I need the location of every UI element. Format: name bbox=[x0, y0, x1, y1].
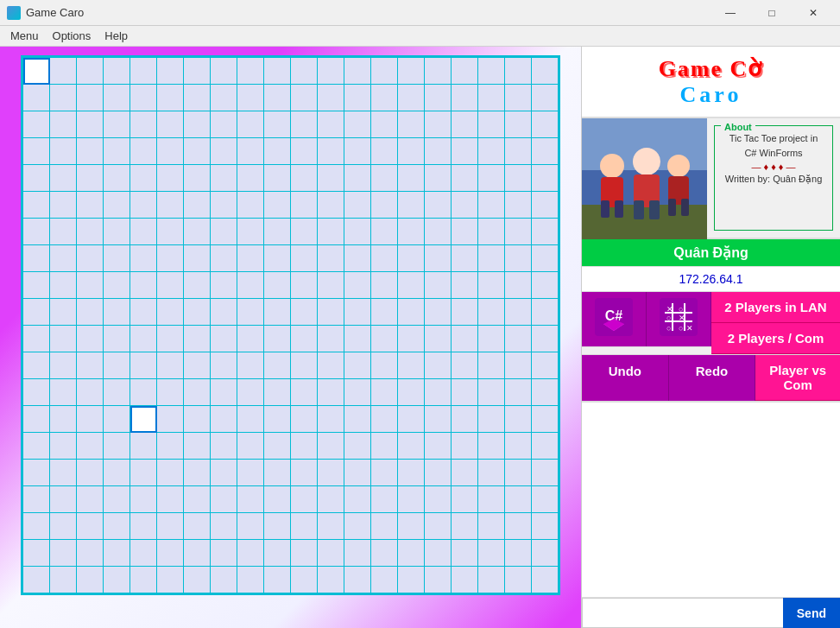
board-cell[interactable] bbox=[398, 433, 425, 460]
board-cell[interactable] bbox=[425, 379, 452, 406]
board-cell[interactable] bbox=[344, 326, 371, 352]
board-cell[interactable] bbox=[532, 272, 559, 299]
board-cell[interactable] bbox=[23, 58, 50, 85]
board-cell[interactable] bbox=[264, 299, 291, 326]
board-cell[interactable] bbox=[505, 406, 532, 433]
board-cell[interactable] bbox=[184, 272, 211, 299]
board-cell[interactable] bbox=[77, 513, 104, 540]
board-cell[interactable] bbox=[505, 460, 532, 486]
board-cell[interactable] bbox=[291, 352, 318, 379]
board-cell[interactable] bbox=[264, 486, 291, 513]
board-cell[interactable] bbox=[371, 379, 398, 406]
board-cell[interactable] bbox=[344, 567, 371, 593]
board-cell[interactable] bbox=[23, 272, 50, 299]
board-cell[interactable] bbox=[23, 192, 50, 219]
board-cell[interactable] bbox=[264, 165, 291, 192]
board-cell[interactable] bbox=[505, 326, 532, 352]
board-cell[interactable] bbox=[50, 245, 77, 272]
board-cell[interactable] bbox=[344, 219, 371, 245]
board-cell[interactable] bbox=[532, 460, 559, 486]
send-button[interactable]: Send bbox=[783, 598, 840, 628]
board-cell[interactable] bbox=[371, 540, 398, 567]
board-cell[interactable] bbox=[130, 326, 157, 352]
board-cell[interactable] bbox=[318, 486, 344, 513]
board-cell[interactable] bbox=[425, 138, 452, 165]
board-cell[interactable] bbox=[104, 192, 130, 219]
board-cell[interactable] bbox=[104, 513, 130, 540]
board-cell[interactable] bbox=[130, 58, 157, 85]
board-cell[interactable] bbox=[157, 272, 184, 299]
board-cell[interactable] bbox=[104, 165, 130, 192]
board-cell[interactable] bbox=[452, 433, 478, 460]
board-cell[interactable] bbox=[23, 486, 50, 513]
board-cell[interactable] bbox=[23, 567, 50, 593]
board-cell[interactable] bbox=[211, 165, 237, 192]
board-cell[interactable] bbox=[264, 513, 291, 540]
board-cell[interactable] bbox=[237, 192, 264, 219]
menu-item-options[interactable]: Options bbox=[46, 28, 98, 44]
board-cell[interactable] bbox=[50, 138, 77, 165]
board-cell[interactable] bbox=[452, 406, 478, 433]
board-cell[interactable] bbox=[77, 245, 104, 272]
board-cell[interactable] bbox=[264, 433, 291, 460]
board-cell[interactable] bbox=[237, 138, 264, 165]
board-cell[interactable] bbox=[23, 406, 50, 433]
board-cell[interactable] bbox=[478, 513, 505, 540]
board-cell[interactable] bbox=[318, 299, 344, 326]
board-cell[interactable] bbox=[291, 460, 318, 486]
board-cell[interactable] bbox=[157, 567, 184, 593]
board-cell[interactable] bbox=[425, 111, 452, 138]
board-cell[interactable] bbox=[211, 567, 237, 593]
board-cell[interactable] bbox=[211, 379, 237, 406]
board-cell[interactable] bbox=[505, 513, 532, 540]
board-cell[interactable] bbox=[425, 272, 452, 299]
board-cell[interactable] bbox=[264, 352, 291, 379]
undo-button[interactable]: Undo bbox=[582, 355, 669, 401]
board-cell[interactable] bbox=[130, 111, 157, 138]
board-cell[interactable] bbox=[211, 272, 237, 299]
board-cell[interactable] bbox=[130, 433, 157, 460]
board-cell[interactable] bbox=[104, 326, 130, 352]
board-cell[interactable] bbox=[318, 138, 344, 165]
board-cell[interactable] bbox=[478, 406, 505, 433]
board-cell[interactable] bbox=[211, 326, 237, 352]
csharp-icon-btn[interactable]: C# bbox=[582, 292, 647, 346]
board-cell[interactable] bbox=[50, 85, 77, 111]
board-cell[interactable] bbox=[398, 486, 425, 513]
board-cell[interactable] bbox=[157, 219, 184, 245]
board-cell[interactable] bbox=[532, 326, 559, 352]
board-cell[interactable] bbox=[50, 219, 77, 245]
board-cell[interactable] bbox=[478, 326, 505, 352]
minimize-button[interactable]: — bbox=[711, 0, 750, 26]
board-cell[interactable] bbox=[104, 111, 130, 138]
board-cell[interactable] bbox=[104, 85, 130, 111]
board-cell[interactable] bbox=[104, 567, 130, 593]
board-cell[interactable] bbox=[344, 460, 371, 486]
board-cell[interactable] bbox=[77, 433, 104, 460]
board-cell[interactable] bbox=[425, 58, 452, 85]
board-cell[interactable] bbox=[23, 299, 50, 326]
board-cell[interactable] bbox=[77, 486, 104, 513]
board-cell[interactable] bbox=[77, 138, 104, 165]
board-cell[interactable] bbox=[50, 299, 77, 326]
board-cell[interactable] bbox=[264, 460, 291, 486]
board-cell[interactable] bbox=[398, 567, 425, 593]
board-cell[interactable] bbox=[23, 138, 50, 165]
board-cell[interactable] bbox=[291, 406, 318, 433]
board-cell[interactable] bbox=[318, 567, 344, 593]
board-cell[interactable] bbox=[23, 513, 50, 540]
menu-item-menu[interactable]: Menu bbox=[3, 28, 46, 44]
board-cell[interactable] bbox=[478, 58, 505, 85]
board-cell[interactable] bbox=[104, 138, 130, 165]
board-cell[interactable] bbox=[184, 111, 211, 138]
board-cell[interactable] bbox=[77, 58, 104, 85]
board-cell[interactable] bbox=[77, 567, 104, 593]
board-cell[interactable] bbox=[318, 111, 344, 138]
board-cell[interactable] bbox=[77, 326, 104, 352]
board-cell[interactable] bbox=[157, 460, 184, 486]
board-cell[interactable] bbox=[505, 111, 532, 138]
board-cell[interactable] bbox=[104, 540, 130, 567]
board-cell[interactable] bbox=[237, 165, 264, 192]
board-cell[interactable] bbox=[77, 165, 104, 192]
board-cell[interactable] bbox=[398, 513, 425, 540]
